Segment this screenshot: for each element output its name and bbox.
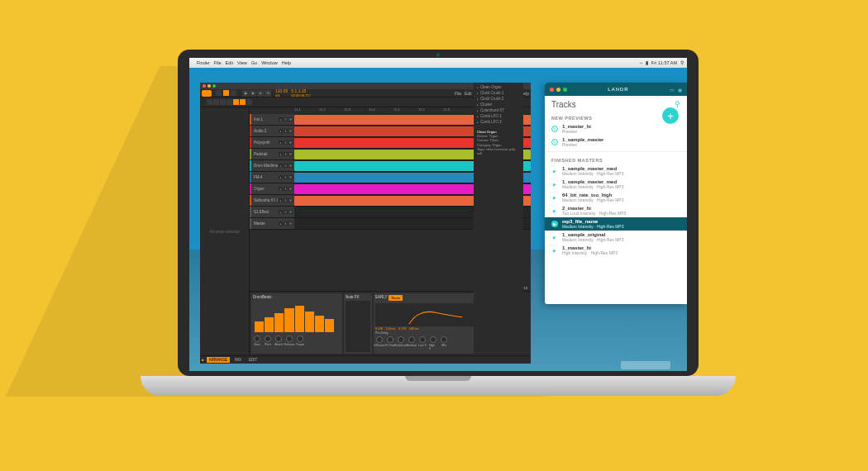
daw-menu-file[interactable]: File (455, 91, 461, 96)
track-button[interactable]: M (289, 221, 293, 226)
master-item[interactable]: ▶1_sample_master_medMedium Intensity · H… (545, 178, 687, 191)
tab-mix[interactable]: MIX (232, 357, 244, 363)
track-button[interactable]: ● (279, 221, 283, 226)
menu-file[interactable]: File (214, 60, 222, 65)
eq-band[interactable] (284, 308, 293, 332)
track-button[interactable]: ● (279, 140, 283, 145)
track-button[interactable]: S (284, 140, 288, 145)
menu-edit[interactable]: Edit (225, 60, 232, 65)
dock[interactable] (621, 361, 670, 369)
record-button[interactable]: ● (257, 90, 264, 97)
stop-button[interactable]: ■ (250, 90, 256, 97)
daw-menu-edit[interactable]: Edit (465, 91, 472, 96)
browser-item[interactable]: Clock Crush 2 (475, 96, 522, 102)
beats-value[interactable]: 00:00:08.727 (291, 93, 310, 98)
track-button[interactable]: S (284, 198, 288, 202)
erase-tool[interactable] (220, 99, 226, 105)
track-button[interactable]: S (284, 210, 288, 214)
eq-band[interactable] (305, 312, 314, 332)
track-button[interactable]: ● (279, 198, 283, 202)
browser-item[interactable]: Colorchord X7 (475, 107, 522, 113)
play-icon[interactable]: ▶ (551, 194, 558, 201)
track-button[interactable]: M (289, 175, 293, 179)
refresh-icon[interactable]: ↻ (551, 126, 558, 132)
profile-icon[interactable]: ◉ (678, 87, 682, 93)
select-tool[interactable] (233, 99, 239, 105)
view-btn[interactable] (231, 90, 236, 96)
cut-tool[interactable] (227, 99, 232, 105)
browser-item[interactable]: Comb LFO 2 (475, 119, 522, 125)
tab-edit[interactable]: EDIT (246, 357, 260, 363)
release-knob[interactable] (286, 335, 293, 342)
landr-titlebar[interactable]: LANDR ▭ ◉ (545, 83, 687, 96)
track-button[interactable]: M (289, 117, 293, 121)
play-button[interactable]: ▶ (242, 90, 249, 97)
master-item[interactable]: ▶2_master_hiToo Loud Intensity · High-Re… (545, 204, 687, 217)
maximize-icon[interactable] (563, 88, 567, 92)
play-icon[interactable]: ▶ (551, 247, 558, 254)
wifi-icon[interactable]: ⏦ (640, 60, 642, 65)
eq-device[interactable]: DrumBeats Gain Pitch Attack (251, 293, 342, 354)
pitch-knob[interactable] (265, 335, 271, 342)
close-icon[interactable] (550, 88, 554, 92)
track-button[interactable]: S (284, 129, 288, 133)
track-button[interactable]: S (284, 187, 288, 191)
play-icon[interactable]: ▶ (551, 221, 558, 227)
eq-band[interactable] (255, 321, 264, 332)
track-button[interactable]: S (284, 221, 288, 226)
pointer-tool[interactable] (207, 99, 212, 105)
browser-item[interactable]: Clean Organ (475, 84, 522, 90)
track-button[interactable]: ● (279, 152, 283, 156)
reverb-type-button[interactable]: Room (389, 295, 403, 301)
eq-band[interactable] (265, 317, 274, 332)
track-button[interactable]: M (289, 140, 293, 145)
track-button[interactable]: S (284, 117, 288, 121)
gain-knob[interactable] (254, 335, 260, 342)
track-button[interactable]: M (289, 198, 293, 202)
eq-band[interactable] (274, 313, 284, 332)
search-icon[interactable]: ⚲ (675, 100, 680, 108)
add-track-button[interactable]: + (662, 107, 679, 124)
track-button[interactable]: ● (279, 117, 283, 121)
master-item[interactable]: ▶1_sample_master_medMedium Intensity · H… (545, 164, 687, 178)
preview-item[interactable]: ↻1_master_hiPreview (545, 122, 687, 136)
lowx-knob[interactable] (419, 336, 426, 343)
play-icon[interactable]: ▶ (551, 207, 558, 214)
timesig[interactable]: 4/4 (275, 93, 288, 98)
output-knob[interactable] (297, 335, 303, 342)
highx-knob[interactable] (430, 336, 436, 343)
tab-arrange[interactable]: ARRANGE (207, 357, 230, 363)
close-icon[interactable] (203, 84, 206, 88)
spotlight-icon[interactable]: ⚲ (680, 60, 684, 65)
menu-help[interactable]: Help (282, 60, 291, 65)
view-btn[interactable] (223, 90, 229, 96)
track-button[interactable]: ● (279, 210, 283, 214)
menu-go[interactable]: Go (251, 60, 257, 65)
app-name[interactable]: Finder (197, 60, 210, 65)
buildup-knob[interactable] (408, 336, 415, 343)
battery-icon[interactable]: ▮ (646, 60, 648, 65)
bitwig-logo-icon[interactable] (202, 90, 212, 97)
minimize-icon[interactable] (556, 88, 560, 92)
refresh-icon[interactable]: ↻ (551, 139, 558, 145)
menu-view[interactable]: View (237, 60, 247, 65)
preview-item[interactable]: ↻1_sample_masterPreview (545, 136, 687, 149)
eq-band[interactable] (325, 319, 334, 332)
zoom-tool[interactable] (246, 99, 252, 105)
view-btn[interactable] (216, 90, 222, 96)
clock[interactable]: Fri 11:57 AM (651, 60, 677, 65)
minimize-icon[interactable] (207, 84, 211, 88)
track-button[interactable]: M (289, 187, 293, 191)
diffusion-knob[interactable] (376, 336, 383, 343)
play-icon[interactable]: ▶ (551, 234, 558, 240)
maximize-icon[interactable] (212, 84, 216, 88)
browser-item[interactable]: Cluster (475, 102, 522, 107)
master-item[interactable]: ▶mp3_file_nameMedium Intensity · High-Re… (545, 217, 687, 231)
notefx-device[interactable]: Note FX (344, 293, 372, 354)
browser-item[interactable]: Comb LFO 1 (475, 113, 522, 119)
pencil-tool[interactable] (213, 99, 219, 105)
track-button[interactable]: ● (279, 164, 283, 168)
track-button[interactable]: M (289, 152, 293, 156)
attack-knob[interactable] (275, 335, 282, 342)
loop-button[interactable]: ↻ (265, 90, 271, 97)
